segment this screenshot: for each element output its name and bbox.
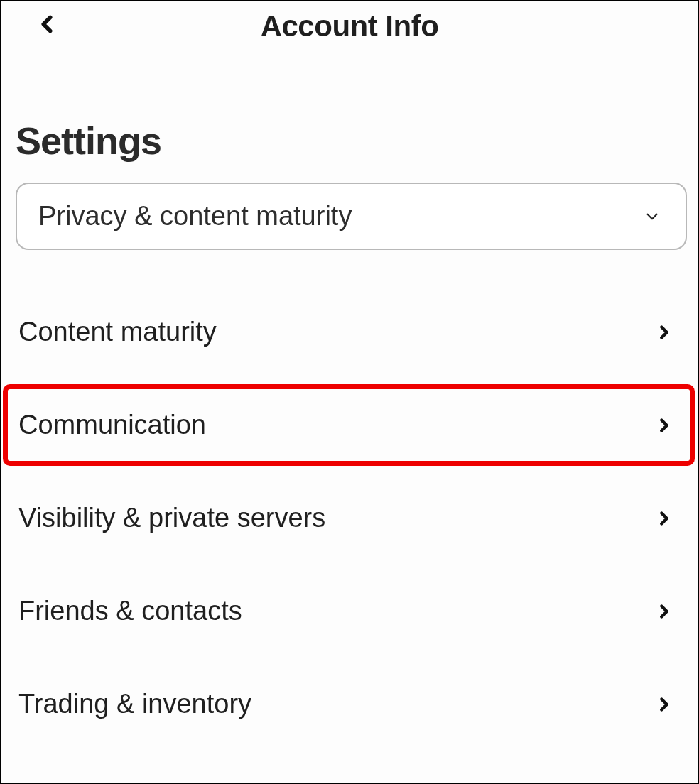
chevron-right-icon [654,690,675,719]
header: Account Info [1,1,698,51]
chevron-right-icon [654,597,675,626]
list-item-visibility-private-servers[interactable]: Visibility & private servers [16,472,683,565]
back-button[interactable] [33,9,60,43]
chevron-right-icon [654,318,675,347]
section-title: Settings [16,119,683,163]
chevron-down-icon [640,207,664,226]
list-item-friends-contacts[interactable]: Friends & contacts [16,565,683,658]
settings-list: Content maturity Communication Visibilit… [16,285,683,751]
list-item-communication[interactable]: Communication [16,379,683,472]
chevron-left-icon [33,9,60,40]
settings-category-dropdown[interactable]: Privacy & content maturity [16,183,687,250]
list-item-label: Trading & inventory [18,689,251,719]
list-item-trading-inventory[interactable]: Trading & inventory [16,658,683,751]
list-item-content-maturity[interactable]: Content maturity [16,285,683,379]
page-title: Account Info [261,9,439,43]
dropdown-selected-label: Privacy & content maturity [38,201,352,232]
list-item-label: Content maturity [18,317,217,347]
list-item-label: Friends & contacts [18,596,242,626]
content: Settings Privacy & content maturity Cont… [1,119,698,751]
chevron-right-icon [654,411,675,440]
list-item-label: Visibility & private servers [18,503,325,533]
chevron-right-icon [654,504,675,533]
list-item-label: Communication [18,410,206,440]
